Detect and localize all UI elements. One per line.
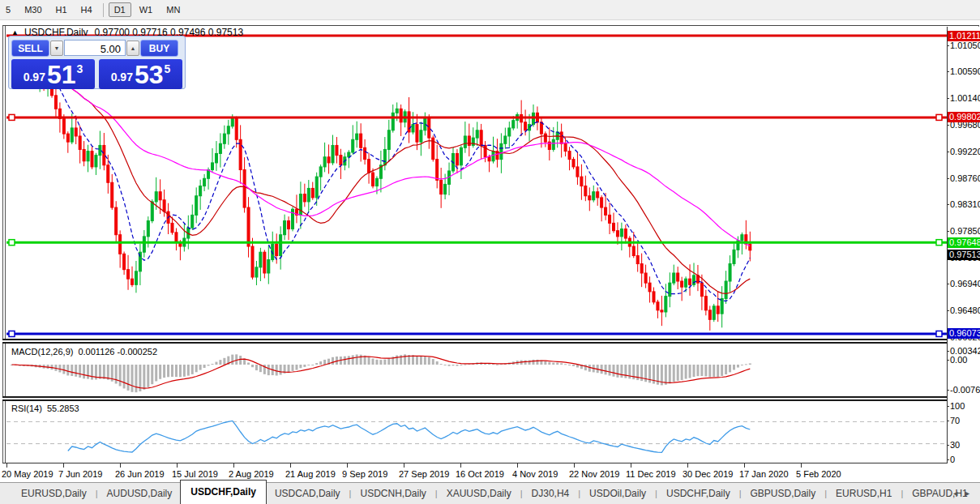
tab-EURUSD-Daily[interactable]: EURUSD,Daily [13,484,95,503]
macd-histogram-bar [203,365,206,368]
date-label-13: 17 Jan 2020 [739,469,789,479]
buy-button[interactable]: BUY [140,40,178,57]
candle-body [75,128,77,136]
price-tick-0.98760: 0.98760 [950,173,980,183]
timeframe-button-MN[interactable]: MN [160,2,186,17]
candle-body [147,221,149,237]
candle-body [544,134,546,142]
macd-histogram-bar [311,365,314,365]
sell-button[interactable]: SELL [11,40,49,57]
date-label-6: 9 Sep 2019 [342,469,387,479]
macd-histogram-bar [103,365,105,379]
toolbar-separator [103,3,104,17]
candle-body [368,160,370,173]
level-price-label-0.96073: 0.96073 [948,328,980,339]
date-label-12: 30 Dec 2019 [683,469,733,479]
tab-separator: | [901,489,903,498]
line-handle[interactable] [936,240,942,246]
macd-histogram-bar [721,365,723,376]
tick-mark [947,152,949,152]
macd-histogram-bar [135,365,137,392]
tab-DJ30-H4[interactable]: DJ30,H4 [524,484,578,503]
buy-price-main: 53 [135,62,164,87]
candle-body [580,177,583,186]
timeframe-button-M30[interactable]: M30 [19,2,47,17]
rsi-panel-splitter[interactable] [2,396,947,401]
volume-increase-button[interactable]: ▲ [126,41,139,56]
tab-scroll-arrows[interactable]: ◄► [952,489,976,498]
macd-histogram-bar [552,363,554,365]
price-axis[interactable]: 1.010501.005901.001400.996800.992200.987… [947,27,980,463]
macd-histogram-bar [713,365,715,377]
date-tick [290,463,291,468]
candle-body [653,292,655,302]
tab-USDOil-Daily[interactable]: USDOil,Daily [581,484,654,503]
date-tick [631,463,631,468]
candle-body [729,264,731,281]
candle-body [636,256,639,264]
time-axis[interactable]: 20 May 20197 Jun 201926 Jun 201915 Jul 2… [0,463,980,482]
macd-histogram-bar [179,365,182,377]
candle-body [62,118,65,134]
timeframe-button-W1[interactable]: W1 [134,2,159,17]
tab-USDCHF-Daily[interactable]: USDCHF,Daily [658,484,738,503]
candle-body [440,180,443,194]
tab-separator: | [655,489,657,498]
tab-XAUUSD-Daily[interactable]: XAUUSD,Daily [439,484,520,503]
tab-AUDUSD-Daily[interactable]: AUDUSD,Daily [99,484,181,503]
timeframe-button-H4[interactable]: H4 [75,2,98,17]
candle-body [693,275,695,284]
candle-body [195,196,198,216]
line-handle[interactable] [936,331,942,336]
tab-USDCAD-Daily[interactable]: USDCAD,Daily [267,484,349,503]
macd-histogram-bar [147,365,149,387]
rsi-line [68,421,751,452]
tick-mark [947,310,949,311]
tab-EURUSD-H1[interactable]: EURUSD,H1 [828,484,900,503]
candle-body [508,128,511,136]
date-label-8: 16 Oct 2019 [456,469,504,479]
macd-histogram-bar [533,360,535,365]
macd-histogram-bar [572,365,575,366]
macd-histogram-bar [292,365,294,371]
rsi-axis-100: 100 [950,401,965,411]
macd-histogram-bar [444,365,447,365]
rsi-axis-70: 70 [950,416,960,425]
rsi-indicator-chart[interactable] [6,400,947,463]
timeframe-toolbar: 5M30H1H4D1W1MN [0,0,980,20]
candle-body [340,156,342,165]
volume-input[interactable]: 5.00 [64,40,126,56]
macd-histogram-bar [609,365,611,376]
tab-GBPUSD-Daily[interactable]: GBPUSD,Daily [742,484,824,503]
line-handle[interactable] [9,240,15,246]
macd-axis--0.007615: -0.007615 [950,385,980,395]
line-handle[interactable] [936,114,942,120]
candle-body [708,310,711,319]
macd-histogram-bar [665,365,667,385]
tab-USDCHF-Daily[interactable]: USDCHF,Daily [180,480,267,504]
macd-histogram-bar [416,357,418,365]
timeframe-button-H1[interactable]: H1 [50,2,73,17]
candle-body [66,134,69,142]
macd-panel-splitter[interactable] [2,339,947,344]
macd-histogram-bar [123,365,126,388]
price-tick-1.01050: 1.01050 [950,41,980,50]
timeframe-button-D1[interactable]: D1 [109,2,131,17]
candle-body [476,130,478,138]
macd-histogram-bar [360,355,362,365]
line-handle[interactable] [9,114,15,120]
macd-histogram-bar [75,365,77,377]
volume-decrease-button[interactable]: ▼ [50,41,63,56]
macd-histogram-bar [436,361,439,365]
macd-histogram-bar [187,365,190,376]
line-handle[interactable] [9,331,15,336]
macd-histogram-bar [119,365,122,387]
tab-USDCNH-Daily[interactable]: USDCNH,Daily [352,484,434,503]
buy-price-display[interactable]: 0.97 53 5 [99,59,182,89]
candle-body [640,264,643,273]
macd-histogram-bar [127,365,130,391]
candle-body [103,145,105,164]
sell-price-display[interactable]: 0.97 51 3 [11,59,95,89]
candle-body [725,281,727,298]
timeframe-button-5[interactable]: 5 [0,2,16,17]
